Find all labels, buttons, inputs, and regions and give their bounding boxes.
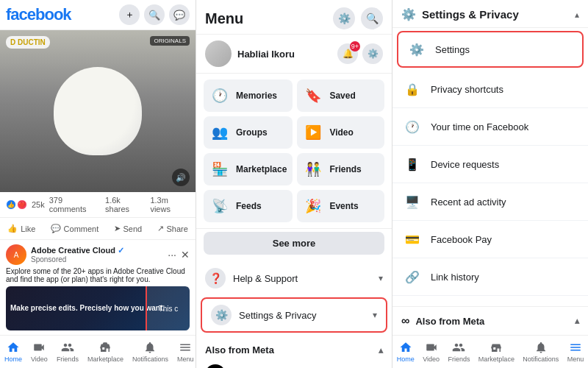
nav-menu[interactable]: Menu bbox=[173, 339, 196, 365]
video-icon: ▶️ bbox=[303, 122, 323, 143]
fb-header-icons: ＋ 🔍 💬 bbox=[119, 4, 190, 25]
share-button[interactable]: ↗Share bbox=[153, 221, 193, 236]
shares-count: 1.6k shares bbox=[105, 196, 146, 213]
love-reaction: ❤️ bbox=[17, 199, 27, 210]
memories-label: Memories bbox=[236, 91, 277, 101]
comment-button[interactable]: 💬Comment bbox=[46, 221, 104, 236]
ad-close-button[interactable]: ✕ bbox=[181, 249, 190, 261]
threads-item[interactable]: @ Threads bbox=[196, 360, 392, 368]
events-label: Events bbox=[329, 201, 358, 211]
right-nav-home[interactable]: Home bbox=[395, 339, 417, 365]
ad-title-group: Adobe Creative Cloud ✓ Sponsored bbox=[31, 246, 124, 263]
saved-icon: 🔖 bbox=[303, 85, 323, 106]
time-icon: 🕐 bbox=[401, 116, 423, 138]
menu-user-row[interactable]: Habliai Ikoru 🔔 9+ ⚙️ bbox=[196, 35, 392, 74]
nav-home[interactable]: Home bbox=[0, 339, 26, 365]
events-icon: 🎉 bbox=[303, 196, 323, 216]
ad-avatar: A bbox=[6, 244, 26, 265]
see-more-button[interactable]: See more bbox=[204, 232, 384, 255]
ad-icon: 🖥️ bbox=[401, 191, 423, 213]
pay-icon: 💳 bbox=[401, 228, 423, 250]
saved-item[interactable]: 🔖 Saved bbox=[297, 79, 384, 112]
time-label: Your time on Facebook bbox=[431, 121, 528, 132]
marketplace-icon: 🏪 bbox=[209, 159, 230, 180]
help-support-left: ❓ Help & Support bbox=[205, 268, 298, 289]
ad-text: Explore some of the 20+ apps in Adobe Cr… bbox=[6, 267, 190, 283]
video-originals-badge: ORIGINALS bbox=[150, 36, 190, 46]
send-button[interactable]: ➤Send bbox=[110, 221, 147, 236]
reaction-count: 25k bbox=[32, 200, 45, 209]
menu-search-icon[interactable]: 🔍 bbox=[361, 7, 383, 29]
feeds-label: Feeds bbox=[236, 201, 262, 211]
events-item[interactable]: 🎉 Events bbox=[297, 190, 384, 222]
settings-privacy-chevron: ▾ bbox=[373, 310, 377, 320]
settings-item-device[interactable]: 📱 Device requests bbox=[392, 146, 588, 183]
menu-settings-icon[interactable]: ⚙️ bbox=[333, 7, 355, 29]
ad-image-right-text: This c bbox=[146, 286, 190, 330]
device-label: Device requests bbox=[431, 159, 499, 170]
help-support-label: Help & Support bbox=[233, 273, 298, 284]
video-overlay-logo: D DUCTIN bbox=[6, 36, 50, 49]
settings-icon: ⚙️ bbox=[406, 38, 428, 60]
menu-user-name: Habliai Ikoru bbox=[237, 49, 331, 60]
sound-icon[interactable]: 🔊 bbox=[172, 169, 190, 186]
nav-video[interactable]: Video bbox=[26, 339, 52, 365]
friends-label: Friends bbox=[329, 164, 361, 174]
video-placeholder bbox=[0, 30, 196, 192]
middle-panel: Menu ⚙️ 🔍 Habliai Ikoru 🔔 9+ ⚙️ 🕐 Memori… bbox=[196, 0, 392, 368]
ad-title: Adobe Creative Cloud ✓ bbox=[31, 246, 124, 255]
search-icon[interactable]: 🔍 bbox=[144, 4, 165, 25]
settings-list: ⚙️ Settings 🔒 Privacy shortcuts 🕐 Your t… bbox=[392, 28, 588, 306]
settings-item-dark[interactable]: 🌙 Dark mode bbox=[392, 296, 588, 306]
like-button[interactable]: 👍Like bbox=[3, 221, 40, 236]
ad-image-text: Make precise edits. Precisely how you wa… bbox=[6, 299, 169, 318]
right-bottom-nav: Home Video Friends Marketplace Notificat… bbox=[392, 335, 588, 368]
privacy-icon: 🔒 bbox=[401, 78, 423, 100]
nav-friends[interactable]: Friends bbox=[52, 339, 83, 365]
settings-item-privacy[interactable]: 🔒 Privacy shortcuts bbox=[392, 71, 588, 108]
memories-item[interactable]: 🕐 Memories bbox=[204, 79, 293, 112]
right-nav-marketplace[interactable]: Marketplace bbox=[476, 339, 517, 365]
ad-more-button[interactable]: ··· bbox=[168, 249, 176, 261]
fb-header: facebook ＋ 🔍 💬 bbox=[0, 0, 196, 30]
right-nav-notifications[interactable]: Notifications bbox=[520, 339, 561, 365]
menu-header: Menu ⚙️ 🔍 bbox=[196, 0, 392, 35]
sp-chevron-icon: ▴ bbox=[575, 10, 579, 20]
ad-card-header: A Adobe Creative Cloud ✓ Sponsored ··· ✕ bbox=[6, 244, 190, 265]
help-support-item[interactable]: ❓ Help & Support ▾ bbox=[196, 262, 392, 294]
menu-user-icons: 🔔 9+ ⚙️ bbox=[337, 43, 383, 64]
settings-item-settings[interactable]: ⚙️ Settings bbox=[397, 31, 584, 68]
video-cat bbox=[54, 67, 142, 155]
feeds-item[interactable]: 📡 Feeds bbox=[204, 190, 293, 222]
feeds-icon: 📡 bbox=[209, 196, 230, 216]
settings-item-time[interactable]: 🕐 Your time on Facebook bbox=[392, 108, 588, 146]
ad-card: A Adobe Creative Cloud ✓ Sponsored ··· ✕… bbox=[0, 240, 196, 335]
friends-icon: 👫 bbox=[303, 159, 323, 180]
menu-settings-user-icon[interactable]: ⚙️ bbox=[362, 43, 383, 64]
messenger-icon[interactable]: 💬 bbox=[169, 4, 190, 25]
right-meta-chevron: ▴ bbox=[575, 316, 579, 326]
right-also-meta: ∞ Also from Meta ▴ bbox=[392, 306, 588, 335]
settings-item-pay[interactable]: 💳 Facebook Pay bbox=[392, 221, 588, 258]
video-item[interactable]: ▶️ Video bbox=[297, 116, 384, 149]
settings-item-ad[interactable]: 🖥️ Recent ad activity bbox=[392, 183, 588, 221]
settings-item-link[interactable]: 🔗 Link history bbox=[392, 258, 588, 296]
video-label: Video bbox=[329, 127, 353, 138]
settings-privacy-title: ⚙️ Settings & Privacy bbox=[401, 7, 519, 21]
settings-privacy-item[interactable]: ⚙️ Settings & Privacy ▾ bbox=[202, 299, 386, 331]
groups-item[interactable]: 👥 Groups bbox=[204, 116, 293, 149]
right-nav-friends[interactable]: Friends bbox=[445, 339, 472, 365]
nav-marketplace[interactable]: Marketplace bbox=[83, 339, 128, 365]
settings-privacy-icon-mid: ⚙️ bbox=[211, 305, 232, 325]
add-icon[interactable]: ＋ bbox=[119, 4, 140, 25]
friends-item[interactable]: 👫 Friends bbox=[297, 153, 384, 185]
nav-notifications[interactable]: Notifications bbox=[128, 339, 173, 365]
right-panel: ⚙️ Settings & Privacy ▴ ⚙️ Settings 🔒 Pr… bbox=[392, 0, 588, 368]
right-nav-menu[interactable]: Menu bbox=[565, 339, 587, 365]
right-nav-video[interactable]: Video bbox=[420, 339, 442, 365]
also-meta-chevron: ▴ bbox=[379, 345, 383, 355]
ad-label: Recent ad activity bbox=[431, 197, 506, 208]
video-container[interactable]: D DUCTIN ORIGINALS 🔊 bbox=[0, 30, 196, 192]
ad-image[interactable]: Make precise edits. Precisely how you wa… bbox=[6, 286, 190, 330]
marketplace-item[interactable]: 🏪 Marketplace bbox=[204, 153, 293, 185]
